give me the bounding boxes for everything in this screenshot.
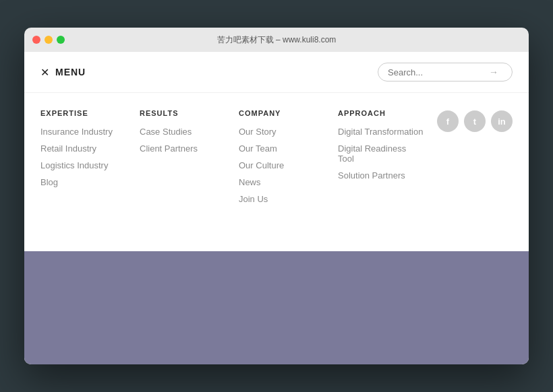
nav-bar: ✕ MENU →	[24, 52, 529, 93]
approach-column: APPROACH Digital Transformation Digital …	[338, 109, 437, 230]
retail-industry-link[interactable]: Retail Industry	[40, 143, 126, 154]
company-header: COMPANY	[239, 109, 324, 117]
results-header: RESULTS	[140, 109, 225, 117]
traffic-lights	[32, 36, 65, 44]
search-bar: →	[378, 63, 513, 81]
client-partners-link[interactable]: Client Partners	[140, 143, 225, 154]
mega-menu: EXPERTISE Insurance Industry Retail Indu…	[24, 93, 529, 251]
menu-button[interactable]: ✕ MENU	[40, 66, 86, 79]
our-team-link[interactable]: Our Team	[239, 143, 324, 154]
company-column: COMPANY Our Story Our Team Our Culture N…	[239, 109, 338, 230]
bottom-panel	[24, 251, 529, 364]
maximize-button[interactable]	[57, 36, 65, 44]
solution-partners-link[interactable]: Solution Partners	[338, 170, 424, 181]
twitter-icon[interactable]: t	[464, 110, 486, 132]
search-arrow-icon: →	[489, 67, 498, 77]
menu-label: MENU	[55, 67, 86, 77]
facebook-icon[interactable]: f	[437, 110, 459, 132]
our-culture-link[interactable]: Our Culture	[239, 160, 324, 170]
browser-window: 苦力吧素材下载 – www.kuli8.com ✕ MENU → EXPERTI…	[24, 28, 529, 364]
approach-header: APPROACH	[338, 109, 424, 117]
page-title: 苦力吧素材下载 – www.kuli8.com	[217, 34, 337, 46]
case-studies-link[interactable]: Case Studies	[140, 127, 225, 137]
our-story-link[interactable]: Our Story	[239, 127, 324, 137]
join-us-link[interactable]: Join Us	[239, 194, 324, 204]
digital-readiness-link[interactable]: Digital Readiness Tool	[338, 143, 424, 164]
close-icon: ✕	[40, 66, 50, 79]
digital-transformation-link[interactable]: Digital Transformation	[338, 127, 424, 137]
results-column: RESULTS Case Studies Client Partners	[140, 109, 239, 230]
browser-content: ✕ MENU → EXPERTISE Insurance Industry Re…	[24, 52, 529, 364]
close-button[interactable]	[32, 36, 40, 44]
blog-link[interactable]: Blog	[40, 177, 126, 187]
linkedin-icon[interactable]: in	[491, 110, 513, 132]
social-column: f t in	[437, 109, 513, 230]
news-link[interactable]: News	[239, 177, 324, 187]
logistics-industry-link[interactable]: Logistics Industry	[40, 160, 126, 170]
insurance-industry-link[interactable]: Insurance Industry	[40, 127, 126, 137]
expertise-header: EXPERTISE	[40, 109, 126, 117]
minimize-button[interactable]	[45, 36, 53, 44]
title-bar: 苦力吧素材下载 – www.kuli8.com	[24, 28, 529, 52]
search-input[interactable]	[388, 67, 489, 77]
expertise-column: EXPERTISE Insurance Industry Retail Indu…	[40, 109, 140, 230]
